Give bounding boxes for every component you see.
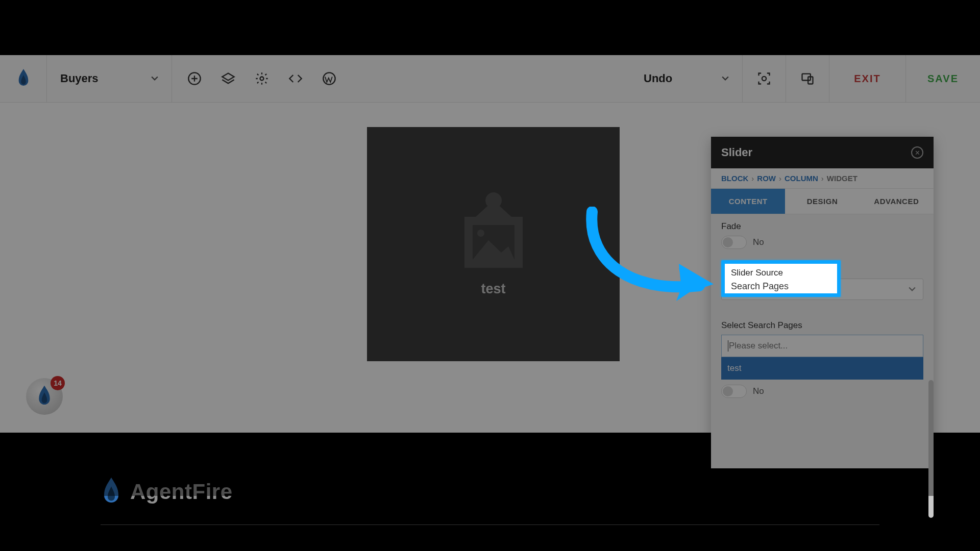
undo-button[interactable]: Undo <box>630 55 743 102</box>
option-label: test <box>727 363 741 373</box>
breadcrumb-separator: › <box>821 174 824 183</box>
breadcrumb-column[interactable]: COLUMN <box>785 174 818 183</box>
page-selector[interactable]: Buyers <box>47 55 172 102</box>
focus-icon <box>757 71 771 86</box>
panel-body: Fade No Select Search Pages Please selec… <box>711 214 934 468</box>
panel-tabs: CONTENT DESIGN ADVANCED <box>711 189 934 214</box>
widget-settings-panel: Slider ✕ BLOCK › ROW › COLUMN › WIDGET C… <box>711 137 934 468</box>
tab-design[interactable]: DESIGN <box>785 189 859 214</box>
panel-breadcrumbs: BLOCK › ROW › COLUMN › WIDGET <box>711 168 934 189</box>
secondary-toggle-value: No <box>753 386 764 396</box>
breadcrumb-separator: › <box>751 174 754 183</box>
close-icon: ✕ <box>915 149 920 157</box>
breadcrumb-separator: › <box>779 174 781 183</box>
flame-icon <box>16 68 31 89</box>
notification-count: 14 <box>51 376 65 390</box>
svg-point-3 <box>762 77 766 81</box>
flame-icon <box>36 385 53 408</box>
breadcrumb-block[interactable]: BLOCK <box>721 174 748 183</box>
code-icon[interactable] <box>288 71 303 86</box>
svg-point-1 <box>260 77 264 81</box>
fade-value: No <box>753 237 764 247</box>
footer-divider <box>101 524 879 525</box>
chevron-down-icon <box>909 286 916 293</box>
image-placeholder: test <box>440 191 547 297</box>
toolbar-icons <box>172 55 352 102</box>
select-pages-input[interactable]: Please select... <box>721 335 923 357</box>
letterbox-top <box>0 0 980 55</box>
panel-title: Slider <box>721 146 752 159</box>
layers-icon[interactable] <box>221 71 235 86</box>
close-button[interactable]: ✕ <box>911 146 923 159</box>
toolbar-spacer <box>352 55 630 102</box>
select-pages-option[interactable]: test <box>721 357 923 380</box>
tab-advanced[interactable]: ADVANCED <box>860 189 934 214</box>
chevron-down-icon <box>151 75 158 82</box>
svg-point-9 <box>477 230 484 237</box>
preview-button[interactable] <box>743 55 786 102</box>
save-button[interactable]: SAVE <box>906 55 980 102</box>
save-label: SAVE <box>927 73 959 85</box>
devices-icon <box>800 71 815 86</box>
annotation-arrow <box>572 207 725 314</box>
fade-label: Fade <box>721 221 923 232</box>
breadcrumb-widget: WIDGET <box>827 174 857 183</box>
placeholder-icon <box>440 191 547 278</box>
wordpress-icon[interactable] <box>322 71 336 86</box>
fade-toggle[interactable] <box>721 236 747 249</box>
footer-brand: AgentFire <box>101 478 879 506</box>
secondary-toggle[interactable] <box>721 385 747 398</box>
highlight-label: Slider Source <box>731 268 831 278</box>
panel-scrollbar[interactable] <box>928 380 934 518</box>
help-badge[interactable]: 14 <box>26 378 63 415</box>
page-name: Buyers <box>60 72 99 85</box>
highlight-value: Search Pages <box>731 281 831 292</box>
add-icon[interactable] <box>187 71 202 86</box>
exit-label: EXIT <box>854 73 880 85</box>
exit-button[interactable]: EXIT <box>829 55 906 102</box>
gear-icon[interactable] <box>255 71 269 86</box>
logo-button[interactable] <box>0 55 47 102</box>
toolbar: Buyers Undo EXIT SAVE <box>0 55 980 103</box>
select-pages-placeholder: Please select... <box>729 341 788 351</box>
brand-text: AgentFire <box>130 480 233 504</box>
placeholder-caption: test <box>481 281 505 297</box>
breadcrumb-row[interactable]: ROW <box>757 174 776 183</box>
flame-icon <box>101 478 122 506</box>
annotation-highlight: Slider Source Search Pages <box>721 260 841 297</box>
chevron-down-icon <box>722 75 729 82</box>
devices-button[interactable] <box>786 55 829 102</box>
select-pages-label: Select Search Pages <box>721 320 923 331</box>
panel-header: Slider ✕ <box>711 137 934 168</box>
undo-label: Undo <box>644 72 672 85</box>
